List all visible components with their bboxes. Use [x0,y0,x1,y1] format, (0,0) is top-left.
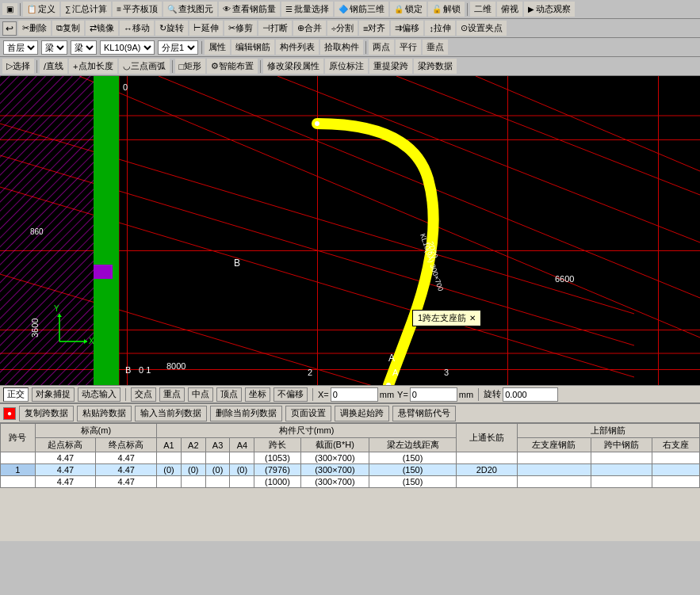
cell-dist-1c[interactable]: (150) [369,476,457,488]
input-col-btn[interactable]: 输入当前列数据 [135,406,207,421]
panel-icon-btn[interactable]: ● [3,407,16,420]
delete-btn[interactable]: ✂ 删除 [18,21,51,36]
split-btn[interactable]: ÷ 分割 [327,21,358,36]
floor-select[interactable]: 首层 [3,40,38,55]
cantilever-btn[interactable]: 悬臂钢筋代号 [392,406,456,421]
cell-end-1a[interactable]: 4.47 [96,452,157,464]
copy-span-btn[interactable]: 复制跨数据 [19,406,74,421]
cell-a2-1a[interactable] [181,452,205,464]
set-grip-btn[interactable]: ⊙ 设置夹点 [457,21,507,36]
cell-a2-1c[interactable] [181,476,205,488]
table-row[interactable]: 4.47 4.47 (1053) (300×700) (150) [1,452,700,464]
copy-btn[interactable]: ⧉ 复制 [52,21,84,36]
cell-len-1a[interactable]: (1053) [254,452,300,464]
re-extract-btn[interactable]: 重提梁跨 [369,59,412,74]
dynamic-view-btn[interactable]: ▶动态观察 [524,2,575,17]
cell-rseat-1[interactable] [652,464,699,476]
cell-mid-1[interactable] [591,464,652,476]
cell-start-1c[interactable]: 4.47 [35,476,96,488]
cell-lseat-1[interactable] [517,464,591,476]
cell-len-1[interactable]: (7976) [254,464,300,476]
page-setup-btn[interactable]: 页面设置 [285,406,331,421]
pick-component-btn[interactable]: 拾取构件 [320,40,363,55]
data-table-container[interactable]: 跨号 标高(m) 构件尺寸(mm) 上通长筋 上部钢筋 起点标高 终点标高 A1… [0,423,700,538]
rect-btn[interactable]: □ 矩形 [175,59,206,74]
cell-a4-1a[interactable] [230,452,254,464]
subtype-select[interactable]: 梁 [71,40,97,55]
unlock-btn[interactable]: 🔓解锁 [428,2,465,17]
cell-a1-1[interactable]: (0) [157,464,182,476]
cell-a4-1c[interactable] [230,476,254,488]
beam-id-select[interactable]: KL10(9A) [100,40,155,55]
cell-sec-1a[interactable]: (300×700) [300,452,369,464]
cell-a3-1c[interactable] [205,476,230,488]
cell-a1-1a[interactable] [157,452,182,464]
lock-btn[interactable]: 🔒锁定 [390,2,427,17]
tooltip-close-btn[interactable]: ✕ [469,314,476,322]
select-btn[interactable]: ▷ 选择 [2,59,34,74]
paste-span-btn[interactable]: 粘贴跨数据 [77,406,132,421]
stretch-btn[interactable]: ↕ 拉伸 [425,21,455,36]
smart-place-btn[interactable]: ⚙ 智能布置 [207,59,258,74]
cell-mid-1a[interactable] [591,452,652,464]
cell-sec-1[interactable]: (300×700) [300,464,369,476]
extend-btn[interactable]: ⊢ 延伸 [189,21,223,36]
edit-rebar-btn[interactable]: 编辑钢筋 [231,40,274,55]
table-row[interactable]: 4.47 4.47 (1000) (300×700) (150) [1,476,700,488]
parallel-btn[interactable]: 平行 [396,40,421,55]
intersect-btn[interactable]: 交点 [131,387,156,402]
y-input[interactable] [410,387,457,402]
cell-topcont-1[interactable]: 2D20 [456,464,517,476]
cell-a3-1a[interactable] [205,452,230,464]
beam-span-btn[interactable]: 梁跨数据 [414,59,457,74]
cell-a4-1[interactable]: (0) [230,464,254,476]
property-btn[interactable]: 属性 [205,40,230,55]
undo-btn[interactable]: ↩ [2,21,17,36]
merge-btn[interactable]: ⊕ 合并 [293,21,326,36]
align-top-btn[interactable]: ≡平齐板顶 [113,2,162,17]
delete-col-btn[interactable]: 删除当前列数据 [210,406,282,421]
cell-topcont-1c[interactable] [456,476,517,488]
cell-a1-1c[interactable] [157,476,182,488]
define-btn[interactable]: 📋定义 [23,2,59,17]
dynamic-input-btn[interactable]: 动态输入 [78,387,120,402]
cell-mid-1c[interactable] [591,476,652,488]
rotate-btn[interactable]: ↻ 旋转 [155,21,188,36]
cell-lseat-1a[interactable] [517,452,591,464]
no-offset-btn[interactable]: 不偏移 [273,387,308,402]
swap-span-btn[interactable]: 调换起始跨 [335,406,389,421]
snap-btn[interactable]: 对象捕捉 [32,387,75,402]
break-btn[interactable]: ⊣ 打断 [258,21,292,36]
mirror-btn[interactable]: ⇄ 镜像 [86,21,118,36]
window-controls[interactable]: ▣ [2,3,17,15]
trim-btn[interactable]: ✂ 修剪 [224,21,257,36]
cell-end-1[interactable]: 4.47 [96,464,157,476]
find-elem-btn[interactable]: 🔍查找图元 [163,2,217,17]
cell-start-1[interactable]: 4.47 [35,464,96,476]
line-btn[interactable]: / 直线 [40,59,67,74]
three-arc-btn[interactable]: ◡ 三点画弧 [119,59,170,74]
move-btn[interactable]: ↔ 移动 [120,21,154,36]
cell-rseat-1c[interactable] [652,476,699,488]
point-len-btn[interactable]: + 点加长度 [69,59,117,74]
layer-select[interactable]: 分层1 [158,40,198,55]
cell-dist-1a[interactable]: (150) [369,452,457,464]
perp-btn[interactable]: 垂点 [423,40,448,55]
two-point-btn[interactable]: 两点 [369,40,394,55]
cell-sec-1c[interactable]: (300×700) [300,476,369,488]
type-select[interactable]: 梁 [41,40,67,55]
align-btn[interactable]: ≡ 对齐 [359,21,389,36]
coord-btn[interactable]: 坐标 [245,387,270,402]
view-btn[interactable]: 俯视 [497,2,522,17]
component-list-btn[interactable]: 构件列表 [276,40,319,55]
cell-topcont-1a[interactable] [456,452,517,464]
modify-seg-btn[interactable]: 修改梁段属性 [263,59,323,74]
sum-calc-btn[interactable]: ∑汇总计算 [61,2,111,17]
cell-end-1c[interactable]: 4.47 [96,476,157,488]
offset-btn[interactable]: ⇉ 偏移 [391,21,423,36]
in-situ-label-btn[interactable]: 原位标注 [325,59,368,74]
midpoint-btn[interactable]: 重点 [159,387,185,402]
drawing-canvas[interactable]: 0 B A 8000 6600 3600 860 KL10(9A) 300×70… [0,76,700,385]
cell-rseat-1a[interactable] [652,452,699,464]
view-rebar-btn[interactable]: 👁查看钢筋量 [219,2,280,17]
